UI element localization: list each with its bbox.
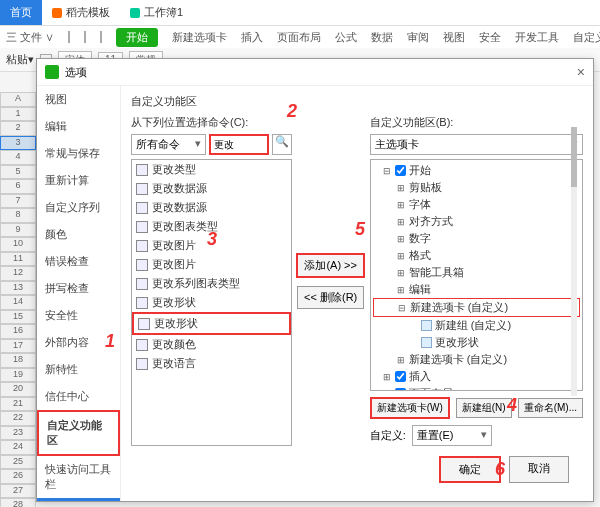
dialog-title: 选项 [65, 65, 87, 80]
command-item[interactable]: 更改形状 [132, 293, 291, 312]
cancel-button[interactable]: 取消 [509, 456, 569, 483]
command-icon [136, 297, 148, 309]
from-label: 从下列位置选择命令(C): [131, 115, 292, 130]
options-sidebar: 视图编辑常规与保存重新计算自定义序列颜色错误检查拼写检查安全性外部内容新特性信任… [37, 86, 121, 501]
close-icon[interactable]: × [577, 64, 585, 80]
sidebar-item[interactable]: 安全性 [37, 302, 120, 329]
sidebar-item[interactable]: 快速访问工具栏 [37, 456, 120, 498]
menu-item[interactable]: 页面布局 [277, 30, 321, 45]
tree-node[interactable]: ⊞页面布局 [373, 385, 580, 391]
tree-item-icon [421, 337, 432, 348]
tree-checkbox[interactable] [395, 371, 406, 382]
sidebar-item[interactable]: 新特性 [37, 356, 120, 383]
command-icon [136, 221, 148, 233]
command-item[interactable]: 更改图表类型 [132, 217, 291, 236]
command-item[interactable]: 更改数据源 [132, 179, 291, 198]
scrollbar-thumb[interactable] [571, 159, 577, 187]
command-icon [136, 240, 148, 252]
sidebar-item[interactable]: 信任中心 [37, 383, 120, 410]
from-dropdown[interactable]: 所有命令 [131, 134, 206, 155]
menubar: 三 文件 ∨ 开始 新建选项卡 插入 页面布局 公式 数据 审阅 视图 安全 开… [0, 26, 600, 48]
add-button[interactable]: 添加(A) >> [296, 253, 365, 278]
reset-dropdown[interactable]: 重置(E) [412, 425, 492, 446]
command-icon [136, 183, 148, 195]
command-icon [136, 164, 148, 176]
sidebar-item[interactable]: 外部内容 [37, 329, 120, 356]
row-headers: A for(let i=1;i<=29;i++)document.write('… [0, 92, 36, 507]
template-icon [52, 8, 62, 18]
command-item[interactable]: 更改图片 [132, 236, 291, 255]
tree-node[interactable]: ⊞字体 [373, 196, 580, 213]
command-icon [138, 318, 150, 330]
workbook-icon [130, 8, 140, 18]
tree-item-icon [421, 320, 432, 331]
command-icon [136, 358, 148, 370]
dialog-icon [45, 65, 59, 79]
command-item[interactable]: 更改系列图表类型 [132, 274, 291, 293]
sidebar-item[interactable]: 视图 [37, 86, 120, 113]
menu-item[interactable]: 新建选项卡 [172, 30, 227, 45]
menu-item[interactable]: 数据 [371, 30, 393, 45]
command-icon [136, 202, 148, 214]
tree-node[interactable]: ⊞新建选项卡 (自定义) [373, 351, 580, 368]
options-dialog: 选项 × 视图编辑常规与保存重新计算自定义序列颜色错误检查拼写检查安全性外部内容… [36, 58, 594, 502]
backup-center[interactable]: 备份中心 [37, 498, 120, 501]
command-item[interactable]: 更改语言 [132, 354, 291, 373]
to-label: 自定义功能区(B): [370, 115, 583, 130]
menu-item[interactable]: 开发工具 [515, 30, 559, 45]
tab-template[interactable]: 稻壳模板 [42, 0, 120, 25]
sidebar-item[interactable]: 拼写检查 [37, 275, 120, 302]
tree-node[interactable]: ⊞数字 [373, 230, 580, 247]
to-dropdown[interactable]: 主选项卡 [370, 134, 583, 155]
sidebar-item[interactable]: 常规与保存 [37, 140, 120, 167]
new-tab-button[interactable]: 新建选项卡(W) [370, 397, 450, 419]
menu-start[interactable]: 开始 [116, 28, 158, 47]
sidebar-item[interactable]: 重新计算 [37, 167, 120, 194]
sidebar-item[interactable]: 自定义序列 [37, 194, 120, 221]
tree-checkbox[interactable] [395, 388, 406, 391]
command-item[interactable]: 更改类型 [132, 160, 291, 179]
menu-item[interactable]: 自定义功能 [573, 30, 600, 45]
file-menu[interactable]: 三 文件 ∨ [6, 30, 54, 45]
remove-button[interactable]: << 删除(R) [297, 286, 364, 309]
ribbon-tree[interactable]: ⊟开始⊞剪贴板⊞字体⊞对齐方式⊞数字⊞格式⊞智能工具箱⊞编辑⊟新建选项卡 (自定… [370, 159, 583, 391]
menu-item[interactable]: 插入 [241, 30, 263, 45]
command-item[interactable]: 更改颜色 [132, 335, 291, 354]
tree-node[interactable]: 新建组 (自定义) [373, 317, 580, 334]
command-item[interactable]: 更改形状 [132, 312, 291, 335]
command-icon [136, 339, 148, 351]
tree-node[interactable]: ⊞对齐方式 [373, 213, 580, 230]
search-button[interactable]: 🔍 [272, 134, 292, 155]
rename-button[interactable]: 重命名(M)... [518, 398, 583, 418]
tree-node[interactable]: ⊞格式 [373, 247, 580, 264]
tree-node[interactable]: ⊟开始 [373, 162, 580, 179]
command-item[interactable]: 更改图片 [132, 255, 291, 274]
save-icon[interactable] [68, 31, 70, 43]
tab-home[interactable]: 首页 [0, 0, 42, 25]
ok-button[interactable]: 确定 [439, 456, 501, 483]
undo-icon[interactable] [100, 31, 102, 43]
sidebar-item[interactable]: 编辑 [37, 113, 120, 140]
menu-item[interactable]: 安全 [479, 30, 501, 45]
commands-list[interactable]: 更改类型更改数据源更改数据源更改图表类型更改图片更改图片更改系列图表类型更改形状… [131, 159, 292, 446]
search-input[interactable] [209, 134, 269, 155]
print-icon[interactable] [84, 31, 86, 43]
menu-item[interactable]: 视图 [443, 30, 465, 45]
tab-workbook[interactable]: 工作簿1 [120, 0, 193, 25]
tree-checkbox[interactable] [395, 165, 406, 176]
menu-item[interactable]: 公式 [335, 30, 357, 45]
tree-node[interactable]: ⊞智能工具箱 [373, 264, 580, 281]
tree-node[interactable]: 更改形状 [373, 334, 580, 351]
new-group-button[interactable]: 新建组(N) [456, 398, 512, 418]
tree-node[interactable]: ⊞剪贴板 [373, 179, 580, 196]
tree-node[interactable]: ⊞编辑 [373, 281, 580, 298]
section-title: 自定义功能区 [131, 94, 583, 109]
tree-node[interactable]: ⊟新建选项卡 (自定义) [373, 298, 580, 317]
command-item[interactable]: 更改数据源 [132, 198, 291, 217]
menu-item[interactable]: 审阅 [407, 30, 429, 45]
sidebar-item[interactable]: 错误检查 [37, 248, 120, 275]
tree-node[interactable]: ⊞插入 [373, 368, 580, 385]
sidebar-item[interactable]: 颜色 [37, 221, 120, 248]
sidebar-item[interactable]: 自定义功能区 [37, 410, 120, 456]
command-icon [136, 259, 148, 271]
